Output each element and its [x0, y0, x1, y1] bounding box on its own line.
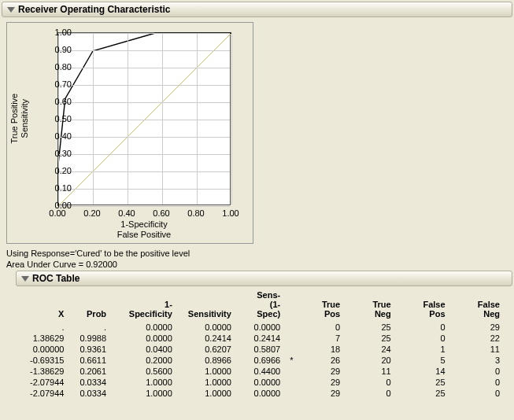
grid-horizontal [58, 85, 230, 86]
table-cell: 1.0000 [180, 366, 239, 377]
y-tick-label: 0.80 [48, 62, 72, 72]
x-tick-label: 0.40 [115, 208, 139, 218]
response-note: Using Response='Cured' to be the positiv… [6, 249, 508, 258]
table-cell: 0 [453, 366, 508, 377]
table-cell: -2.07944 [22, 377, 72, 388]
table-cell: 25 [399, 388, 453, 399]
table-cell: 29 [298, 377, 348, 388]
column-header: X [22, 289, 72, 322]
table-cell: 29 [298, 366, 348, 377]
table-cell [288, 366, 298, 377]
table-row: -0.693150.66110.20000.89660.6966*262053 [22, 355, 508, 366]
y-tick-label: 0.60 [48, 97, 72, 106]
table-cell: 3 [453, 355, 508, 366]
column-header: 1-Specificity [114, 289, 180, 322]
table-row: 0.000000.93610.04000.62070.58071824111 [22, 344, 508, 355]
table-row: -2.079440.03341.00001.00000.0000290250 [22, 377, 508, 388]
table-cell: 0.0000 [239, 322, 288, 333]
table-cell: . [72, 322, 114, 333]
table-cell: 0.5807 [239, 344, 288, 355]
grid-horizontal [58, 50, 230, 51]
table-cell [288, 388, 298, 399]
table-cell: 0 [399, 322, 453, 333]
table-cell: 0.5600 [114, 366, 180, 377]
y-tick-label: 0.10 [48, 183, 72, 193]
grid-vertical [231, 33, 232, 204]
table-cell: 0.2414 [239, 333, 288, 344]
table-cell: 0.0000 [114, 333, 180, 344]
table-cell: 0.0000 [180, 322, 239, 333]
grid-horizontal [58, 206, 230, 207]
y-tick-label: 0.20 [48, 166, 72, 175]
grid-vertical [93, 33, 94, 204]
table-cell: 0 [348, 388, 399, 399]
table-row: -1.386290.20610.56001.00000.44002911140 [22, 366, 508, 377]
table-cell: 1.0000 [114, 388, 180, 399]
table-cell: 29 [298, 388, 348, 399]
roc-chart-frame: True Positive Sensitivity 1-Specificity … [6, 22, 253, 244]
grid-horizontal [58, 137, 230, 138]
table-cell: 0.9361 [72, 344, 114, 355]
auc-label: Area Under Curve = [6, 260, 86, 269]
table-cell: 25 [348, 333, 399, 344]
grid-horizontal [58, 171, 230, 172]
section-header-roc[interactable]: Receiver Operating Characteristic [2, 2, 512, 17]
x-tick-label: 1.00 [219, 208, 242, 218]
table-cell [288, 377, 298, 388]
chevron-down-icon[interactable] [7, 7, 15, 13]
table-cell: 7 [298, 333, 348, 344]
xlabel-top: 1-Specificity [120, 219, 167, 229]
table-cell: 29 [453, 322, 508, 333]
table-cell [288, 333, 298, 344]
section-header-roc-table[interactable]: ROC Table [16, 271, 512, 286]
table-cell: 1.38629 [22, 333, 72, 344]
table-cell: -1.38629 [22, 366, 72, 377]
roc-table: XProb1-SpecificitySensitivitySens- (1-Sp… [22, 289, 508, 399]
y-tick-label: 0.50 [48, 114, 72, 123]
table-cell: 0 [399, 333, 453, 344]
section-title: Receiver Operating Characteristic [18, 4, 170, 15]
table-row: -2.079440.03341.00001.00000.0000290250 [22, 388, 508, 399]
table-cell: 0.0334 [72, 388, 114, 399]
table-cell: 0.0000 [114, 322, 180, 333]
column-header: Sens- (1-Spec) [239, 289, 288, 322]
chevron-down-icon[interactable] [21, 276, 29, 282]
table-cell: 1.0000 [114, 377, 180, 388]
roc-table-title: ROC Table [32, 273, 80, 284]
y-tick-label: 0.70 [48, 79, 72, 89]
table-cell: -2.07944 [22, 388, 72, 399]
table-cell: 1 [399, 344, 453, 355]
xlabel-bottom: False Positive [117, 230, 171, 239]
column-header: Sensitivity [180, 289, 239, 322]
table-cell: 0 [348, 377, 399, 388]
x-tick-label: 0.20 [80, 208, 104, 218]
table-cell: 0.6966 [239, 355, 288, 366]
table-cell: -0.69315 [22, 355, 72, 366]
table-cell: 22 [453, 333, 508, 344]
column-header [288, 289, 298, 322]
table-cell: 0.8966 [180, 355, 239, 366]
table-cell: 0.2061 [72, 366, 114, 377]
ylabel-bottom: Sensitivity [20, 99, 29, 138]
table-row: 1.386290.99880.00000.24140.2414725022 [22, 333, 508, 344]
table-cell: 0.0400 [114, 344, 180, 355]
grid-horizontal [58, 120, 230, 120]
table-cell: 0.9988 [72, 333, 114, 344]
x-tick-label: 0.60 [150, 208, 173, 218]
x-tick-label: 0.80 [184, 208, 208, 218]
table-cell: 1.0000 [180, 377, 239, 388]
table-cell: 5 [399, 355, 453, 366]
table-cell: 0.00000 [22, 344, 72, 355]
table-cell: 11 [348, 366, 399, 377]
table-cell: 25 [348, 322, 399, 333]
column-header: True Neg [348, 289, 399, 322]
table-cell: 18 [298, 344, 348, 355]
roc-plot: True Positive Sensitivity 1-Specificity … [12, 28, 248, 238]
auc-value: 0.92000 [86, 260, 117, 269]
auc-note: Area Under Curve = 0.92000 [6, 260, 508, 269]
table-row: ..0.00000.00000.0000025029 [22, 322, 508, 333]
roc-table-wrap: XProb1-SpecificitySensitivitySens- (1-Sp… [22, 289, 508, 399]
table-cell: 0.4400 [239, 366, 288, 377]
table-cell: 24 [348, 344, 399, 355]
table-cell [288, 344, 298, 355]
